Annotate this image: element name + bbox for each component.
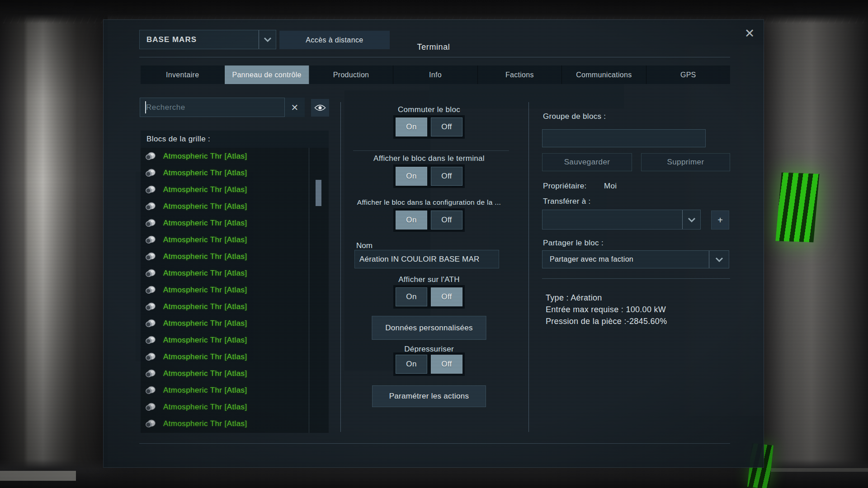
delete-button[interactable]: Supprimer — [641, 153, 730, 171]
thruster-icon — [145, 169, 156, 178]
thruster-icon — [145, 152, 156, 161]
setup-actions-button[interactable]: Paramétrer les actions — [372, 385, 486, 407]
block-list-item[interactable]: Atmospheric Thr [Atlas] — [141, 198, 329, 215]
name-input[interactable] — [354, 250, 499, 268]
share-dropdown[interactable]: Partager avec ma faction — [542, 250, 729, 268]
save-button[interactable]: Sauvegarder — [542, 153, 632, 171]
clear-search-icon[interactable]: ✕ — [285, 98, 305, 117]
block-list-item[interactable]: Atmospheric Thr [Atlas] — [141, 282, 329, 298]
block-list-item[interactable]: Atmospheric Thr [Atlas] — [141, 248, 329, 265]
off-button[interactable]: Off — [431, 167, 462, 186]
thruster-icon — [145, 302, 156, 311]
block-list-item[interactable]: Atmospheric Thr [Atlas] — [141, 265, 329, 282]
chevron-down-icon[interactable] — [709, 251, 729, 268]
name-field-label: Nom — [356, 241, 373, 250]
share-label: Partager le bloc : — [543, 239, 604, 248]
share-value: Partager avec ma faction — [542, 255, 633, 263]
block-list-panel: Blocs de la grille : Atmospheric Thr [At… — [141, 131, 329, 433]
scene-floor-edge-right — [763, 468, 868, 472]
block-list-item[interactable]: Atmospheric Thr [Atlas] — [141, 348, 329, 365]
on-button[interactable]: On — [396, 117, 427, 136]
green-light-panel — [775, 173, 819, 243]
toggle-label-show-in-terminal: Afficher le bloc dans le terminal — [340, 154, 518, 163]
block-name: Atmospheric Thr [Atlas] — [163, 252, 247, 261]
eye-icon[interactable] — [311, 99, 329, 117]
block-group-input[interactable] — [542, 129, 706, 147]
toggle-label-show-on-hud: Afficher sur l'ATH — [340, 275, 518, 284]
block-list-item[interactable]: Atmospheric Thr [Atlas] — [141, 181, 329, 198]
block-name: Atmospheric Thr [Atlas] — [163, 369, 247, 378]
thruster-icon — [145, 403, 156, 412]
block-info: Type : Aération Entrée max requise : 100… — [546, 292, 667, 327]
block-name: Atmospheric Thr [Atlas] — [163, 319, 247, 328]
list-scrollbar-thumb[interactable] — [316, 180, 321, 206]
thruster-icon — [145, 202, 156, 211]
on-button[interactable]: On — [396, 211, 427, 230]
owner-label: Propriétaire: — [543, 182, 587, 191]
chevron-down-icon[interactable] — [682, 210, 700, 229]
off-button[interactable]: Off — [431, 117, 462, 136]
transfer-dropdown[interactable] — [542, 210, 701, 230]
thruster-icon — [145, 319, 156, 328]
toggle-switch-block: On Off — [393, 115, 465, 139]
block-name: Atmospheric Thr [Atlas] — [163, 386, 247, 395]
off-button[interactable]: Off — [431, 211, 462, 230]
block-list-item[interactable]: Atmospheric Thr [Atlas] — [141, 332, 329, 348]
thruster-icon — [145, 219, 156, 228]
close-icon[interactable]: ✕ — [740, 23, 760, 43]
block-group-label: Groupe de blocs : — [543, 112, 606, 121]
block-name: Atmospheric Thr [Atlas] — [163, 152, 247, 161]
plus-icon[interactable]: + — [711, 211, 729, 230]
search-input[interactable] — [140, 98, 285, 117]
toggle-show-in-terminal: On Off — [393, 164, 465, 188]
off-button[interactable]: Off — [431, 355, 462, 374]
toggle-depressurize: On Off — [393, 352, 465, 376]
block-name: Atmospheric Thr [Atlas] — [163, 202, 247, 211]
on-button[interactable]: On — [396, 355, 427, 374]
info-type: Type : Aération — [546, 292, 667, 304]
block-list-item[interactable]: Atmospheric Thr [Atlas] — [141, 215, 329, 231]
toggle-label-switch-block: Commuter le bloc — [340, 105, 518, 114]
custom-data-button[interactable]: Données personnalisées — [372, 316, 486, 340]
block-list-item[interactable]: Atmospheric Thr [Atlas] — [141, 365, 329, 382]
tab[interactable]: Panneau de contrôle — [225, 66, 309, 84]
block-list: Atmospheric Thr [Atlas] Atmospheric Thr … — [141, 148, 329, 432]
thruster-icon — [145, 252, 156, 261]
thruster-icon — [145, 352, 156, 361]
block-list-item[interactable]: Atmospheric Thr [Atlas] — [141, 231, 329, 248]
block-list-item[interactable]: Atmospheric Thr [Atlas] — [141, 382, 329, 399]
toggle-show-in-config: On Off — [393, 208, 465, 232]
thruster-icon — [145, 336, 156, 345]
off-button[interactable]: Off — [431, 287, 462, 306]
info-pressure: Pression de la pièce :-2845.60% — [546, 315, 667, 327]
block-name: Atmospheric Thr [Atlas] — [163, 302, 247, 311]
block-list-item[interactable]: Atmospheric Thr [Atlas] — [141, 399, 329, 415]
on-button[interactable]: On — [396, 167, 427, 186]
block-name: Atmospheric Thr [Atlas] — [163, 269, 247, 278]
thruster-icon — [145, 235, 156, 244]
toggle-label-show-in-config: Afficher le bloc dans la configuration d… — [340, 198, 518, 206]
text-caret — [145, 101, 146, 113]
thruster-icon — [145, 269, 156, 278]
thruster-icon — [145, 369, 156, 378]
control-panel-middle: Commuter le bloc On Off Afficher le bloc… — [340, 20, 518, 468]
block-list-header: Blocs de la grille : — [141, 131, 329, 148]
block-list-item[interactable]: Atmospheric Thr [Atlas] — [141, 315, 329, 332]
block-list-item[interactable]: Atmospheric Thr [Atlas] — [141, 164, 329, 181]
middle-separator — [353, 150, 509, 151]
info-max-input: Entrée max requise : 100.00 kW — [546, 304, 667, 315]
thruster-icon — [145, 419, 156, 428]
block-list-item[interactable]: Atmospheric Thr [Atlas] — [141, 298, 329, 315]
transfer-label: Transférer à : — [543, 197, 591, 206]
thruster-icon — [145, 386, 156, 395]
tab[interactable]: Inventaire — [141, 66, 225, 84]
scene-right-wall — [764, 0, 868, 488]
block-list-item[interactable]: Atmospheric Thr [Atlas] — [141, 415, 329, 432]
block-name: Atmospheric Thr [Atlas] — [163, 286, 247, 295]
list-scrollbar-track[interactable] — [309, 148, 328, 433]
block-name: Atmospheric Thr [Atlas] — [163, 219, 247, 228]
on-button[interactable]: On — [396, 287, 427, 306]
block-list-item[interactable]: Atmospheric Thr [Atlas] — [141, 148, 329, 164]
divider-middle-right — [528, 102, 529, 432]
block-name: Atmospheric Thr [Atlas] — [163, 403, 247, 412]
